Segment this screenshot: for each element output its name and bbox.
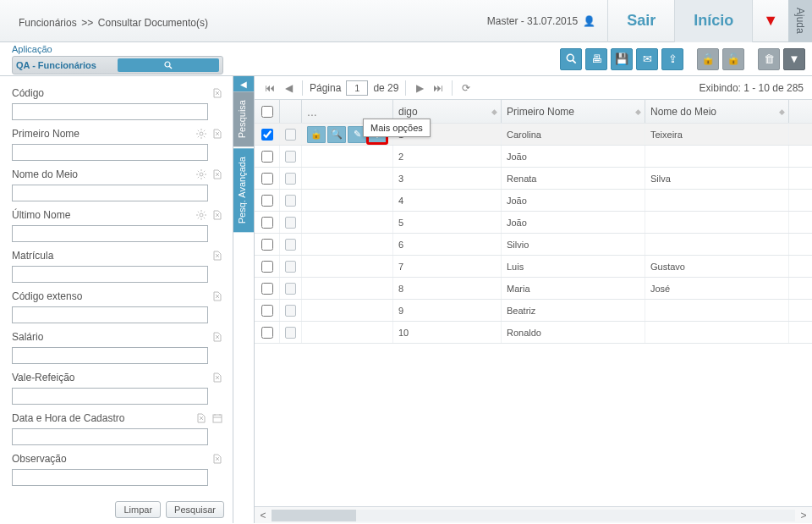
row-actions	[302, 278, 393, 299]
toolbar-export-button[interactable]: ⇪	[661, 48, 683, 70]
filter-input[interactable]	[12, 266, 208, 283]
gear-icon[interactable]	[195, 208, 208, 222]
clear-icon[interactable]	[211, 168, 224, 181]
tab-pesquisa-avancada[interactable]: Pesq. Avançada	[233, 148, 254, 232]
app-field[interactable]: QA - Funcionários	[12, 56, 223, 74]
clear-icon[interactable]	[211, 330, 224, 344]
calendar-icon[interactable]	[211, 411, 224, 425]
row-lock-button[interactable]: 🔒	[307, 126, 326, 143]
select-all-checkbox[interactable]	[261, 106, 273, 118]
home-button[interactable]: Início	[674, 0, 752, 42]
cell-codigo: 8	[393, 278, 502, 299]
clear-icon[interactable]	[211, 249, 224, 262]
hscroll-left-button[interactable]: <	[255, 510, 272, 521]
filter-field: Primeiro Nome	[12, 125, 224, 161]
row-expand-icon[interactable]	[285, 305, 296, 317]
table-row[interactable]: 8 Maria José	[255, 278, 812, 300]
svg-rect-49	[213, 415, 222, 422]
main-toolbar: 🖶 💾 ✉ ⇪ 🔒 🔓 🗑 ▼	[560, 48, 805, 70]
row-checkbox[interactable]	[261, 195, 273, 207]
clear-icon[interactable]	[211, 290, 224, 303]
table-header: ... digo◆ Primeiro Nome◆ Nome do Meio◆ M…	[255, 100, 812, 124]
filter-input[interactable]	[12, 347, 208, 364]
col-primeiro-nome[interactable]: Primeiro Nome◆	[502, 100, 645, 123]
row-checkbox[interactable]	[261, 305, 273, 317]
clear-icon[interactable]	[211, 452, 224, 466]
toolbar-unlock-button[interactable]: 🔓	[722, 48, 744, 70]
row-checkbox[interactable]	[261, 217, 273, 229]
pager-refresh-button[interactable]: ⟳	[459, 81, 473, 95]
app-search-icon[interactable]	[118, 58, 219, 72]
filter-input[interactable]	[12, 103, 208, 120]
row-expand-icon[interactable]	[285, 327, 296, 339]
filter-label: Observação	[12, 453, 208, 465]
pager-last-button[interactable]: ⏭	[431, 81, 445, 95]
table-row[interactable]: 4 João	[255, 190, 812, 212]
filter-label: Data e Hora de Cadastro	[12, 412, 192, 424]
collapse-panel-button[interactable]: ◀	[233, 76, 254, 91]
filter-input[interactable]	[12, 144, 208, 161]
toolbar-lock-button[interactable]: 🔒	[697, 48, 719, 70]
table-row[interactable]: 10 Ronaldo	[255, 322, 812, 344]
row-checkbox[interactable]	[261, 239, 273, 251]
table-row[interactable]: 7 Luis Gustavo	[255, 256, 812, 278]
filter-input[interactable]	[12, 428, 208, 445]
pager-page-label: Página	[310, 82, 341, 94]
horizontal-scrollbar[interactable]: < >	[255, 506, 812, 523]
filter-field: Data e Hora de Cadastro	[12, 410, 224, 445]
filter-input[interactable]	[12, 469, 208, 486]
help-tab[interactable]: Ajuda	[788, 0, 812, 42]
row-expand-icon[interactable]	[285, 129, 296, 141]
row-expand-icon[interactable]	[285, 283, 296, 295]
row-checkbox[interactable]	[261, 173, 273, 185]
table-row[interactable]: 🔒 🔍 ✎ ▼ 1 Carolina Teixeira	[255, 124, 812, 146]
tab-pesquisa[interactable]: Pesquisa	[233, 91, 254, 146]
row-checkbox[interactable]	[261, 327, 273, 339]
hscroll-track[interactable]	[272, 510, 795, 521]
filter-input[interactable]	[12, 185, 208, 201]
clear-icon[interactable]	[211, 208, 224, 222]
search-button[interactable]: Pesquisar	[166, 501, 224, 518]
toolbar-print-button[interactable]: 🖶	[585, 48, 607, 70]
table-row[interactable]: 2 João	[255, 146, 812, 168]
filter-input[interactable]	[12, 225, 208, 242]
row-expand-icon[interactable]	[285, 151, 296, 163]
col-nome-meio[interactable]: Nome do Meio◆	[645, 100, 789, 123]
toolbar-save-button[interactable]: 💾	[611, 48, 633, 70]
row-expand-icon[interactable]	[285, 261, 296, 273]
toolbar-trash-button[interactable]: 🗑	[758, 48, 780, 70]
pager-next-button[interactable]: ▶	[413, 81, 426, 95]
clear-icon[interactable]	[211, 127, 224, 141]
clear-icon[interactable]	[211, 371, 224, 384]
table-row[interactable]: 6 Silvio	[255, 234, 812, 256]
table-row[interactable]: 3 Renata Silva	[255, 168, 812, 190]
filter-input[interactable]	[12, 388, 208, 405]
row-checkbox[interactable]	[261, 283, 273, 295]
clear-icon[interactable]	[211, 86, 224, 100]
table-row[interactable]: 5 João	[255, 212, 812, 234]
row-checkbox[interactable]	[261, 151, 273, 163]
row-checkbox[interactable]	[261, 261, 273, 273]
table-row[interactable]: 9 Beatriz	[255, 300, 812, 322]
toolbar-mail-button[interactable]: ✉	[636, 48, 658, 70]
pager-prev-button[interactable]: ◀	[282, 81, 295, 95]
gear-icon[interactable]	[195, 127, 208, 141]
row-expand-icon[interactable]	[285, 195, 296, 207]
row-checkbox[interactable]	[261, 129, 273, 141]
clear-button[interactable]: Limpar	[115, 501, 161, 518]
row-expand-icon[interactable]	[285, 173, 296, 185]
hscroll-right-button[interactable]: >	[795, 510, 812, 521]
row-expand-icon[interactable]	[285, 239, 296, 251]
pager-first-button[interactable]: ⏮	[263, 81, 277, 95]
row-view-button[interactable]: 🔍	[327, 126, 346, 143]
filter-input[interactable]	[12, 306, 208, 323]
gear-icon[interactable]	[195, 168, 208, 181]
toolbar-more-button[interactable]: ▼	[783, 48, 805, 70]
toolbar-search-button[interactable]	[560, 48, 582, 70]
clear-icon[interactable]	[195, 411, 208, 425]
pager-page-input[interactable]	[346, 80, 368, 96]
row-expand-icon[interactable]	[285, 217, 296, 229]
hscroll-thumb[interactable]	[272, 510, 356, 521]
logout-button[interactable]: Sair	[607, 0, 674, 42]
top-dropdown-button[interactable]: ▼	[752, 0, 788, 42]
